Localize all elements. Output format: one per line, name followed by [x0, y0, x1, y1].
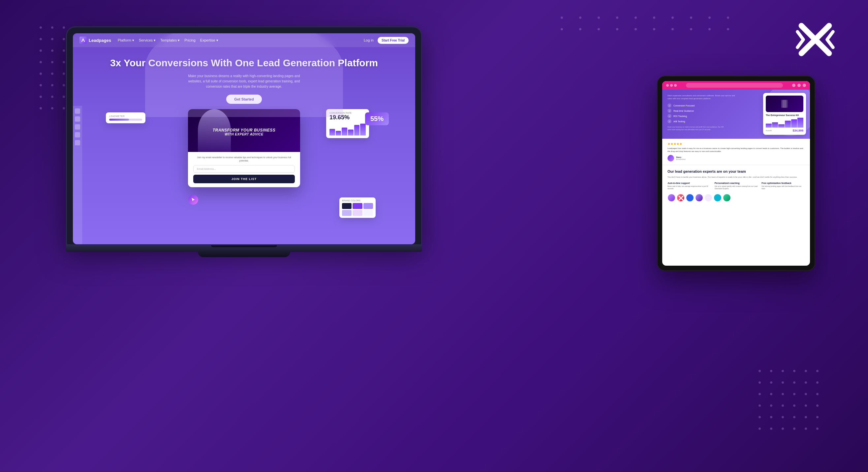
swatch-1 [342, 203, 351, 209]
review-stars: ★★★★★ [668, 142, 805, 146]
feature-label-2: Real-time Guidance [674, 110, 694, 112]
conversion-badge: 55% [365, 112, 389, 125]
product-card-image [766, 96, 803, 112]
brand-color-swatches [342, 203, 373, 216]
laptop-nav-services[interactable]: Services ▾ [139, 38, 156, 42]
tablet-url-bar [686, 83, 783, 88]
svg-rect-1 [783, 100, 788, 108]
leadmeter-label: LEADMETER [109, 115, 142, 117]
feature-label-4: A/B Testing [674, 120, 685, 123]
team-avatar-1 [668, 194, 675, 202]
tablet-product-card: The Entrepreneur Success Kit Autofill $3… [763, 93, 806, 135]
laptop-nav-templates[interactable]: Templates ▾ [160, 38, 180, 42]
support-desc-3: Get winning landing pages with free feed… [762, 185, 805, 190]
feature-check-2 [668, 109, 672, 113]
laptop-nav-right: Log in Start Free Trial [364, 37, 409, 44]
team-avatars [668, 194, 805, 202]
tab-icon-2 [798, 84, 801, 87]
team-section-title: Our lead generation experts are on your … [668, 169, 805, 174]
tab-icon-3 [803, 84, 806, 87]
support-feature-1: Just-in-time support Never wait to help:… [668, 182, 711, 190]
laptop-nav-pricing[interactable]: Pricing [184, 38, 195, 42]
tablet-team-section: Our lead generation experts are on your … [662, 165, 810, 206]
swatch-4 [342, 210, 351, 216]
tablet-nav-controls [666, 84, 677, 87]
product-card-label: Autofill [766, 130, 772, 132]
leadmeter-bar [109, 119, 142, 121]
conversion-chart [330, 122, 366, 135]
support-feature-3: Free optimization feedback Get winning l… [762, 182, 805, 190]
team-avatar-4 [695, 194, 703, 202]
feature-check-3 [668, 114, 672, 118]
chart-bar-1 [330, 129, 335, 135]
swatch-2 [352, 203, 362, 209]
swatch-6 [364, 210, 373, 216]
feature-check-4 [668, 119, 672, 123]
team-avatar-3 [686, 194, 694, 202]
cursor-icon [188, 195, 198, 205]
team-avatar-6 [714, 194, 721, 202]
tablet-navbar [662, 81, 810, 90]
tablet-nav-icons [792, 84, 806, 87]
swatch-3 [364, 203, 373, 209]
laptop-navbar: Leadpages Platform ▾ Services ▾ Template… [73, 33, 415, 47]
feature-label-3: ROI Tracking [674, 115, 687, 117]
chart-bar-5 [354, 125, 360, 135]
chart-bar-4 [348, 130, 353, 135]
dot-grid-top-right [561, 16, 736, 30]
swatch-5 [352, 210, 362, 216]
laptop-screen: Leadpages Platform ▾ Services ▾ Template… [73, 33, 415, 244]
chart-bar-2 [336, 131, 341, 135]
laptop-screen-outer: Leadpages Platform ▾ Services ▾ Template… [66, 26, 422, 245]
laptop-nav-items: Platform ▾ Services ▾ Templates ▾ Pricin… [118, 38, 357, 42]
tablet-hero-body-text: Scale your business to make revenue and … [668, 126, 727, 131]
laptop-start-trial-button[interactable]: Start Free Trial [378, 37, 409, 44]
product-card-chart [766, 118, 803, 128]
review-text: Leadpages has made it easy for me as a b… [668, 147, 805, 153]
laptop-nav-platform[interactable]: Platform ▾ [118, 38, 134, 42]
chart-bar-3 [342, 128, 347, 135]
sidebar-icon-2 [75, 116, 80, 122]
team-avatar-5 [705, 194, 712, 202]
tablet-hero-section: Ditch expensive consultants and conversi… [662, 90, 810, 139]
support-features: Just-in-time support Never wait to help:… [668, 182, 805, 190]
support-desc-2: Get up to speed quickly with content com… [715, 185, 758, 190]
dot-grid-bottom-right [758, 370, 818, 439]
laptop-stand [198, 252, 290, 257]
feature-check-1 [668, 103, 672, 107]
reviewer-info: Stacy Entrepreneur [668, 155, 805, 162]
laptop-login-link[interactable]: Log in [364, 38, 374, 42]
sidebar-icon-3 [75, 124, 80, 130]
laptop-base [66, 245, 422, 252]
tab-dot-3 [674, 84, 677, 87]
form-body: Join my email newsletter to receive valu… [188, 152, 300, 187]
support-feature-2: Personalized coaching Get up to speed qu… [715, 182, 758, 190]
support-title-2: Personalized coaching [715, 182, 758, 184]
laptop-logo-text: Leadpages [89, 38, 111, 43]
form-submit-button[interactable]: JOIN THE LIST [193, 175, 295, 183]
tablet-hero-tagline: Ditch expensive consultants and conversi… [668, 94, 740, 100]
x-logo-icon [796, 20, 835, 59]
editor-sidebar [73, 106, 82, 244]
feature-label-1: Conversion Focused [674, 104, 694, 107]
tablet-review-section: ★★★★★ Leadpages has made it easy for me … [662, 139, 810, 165]
reviewer-avatar [668, 155, 674, 162]
tablet-screen: Ditch expensive consultants and conversi… [662, 81, 810, 266]
chart-bar-6 [360, 124, 366, 135]
tab-dot-1 [666, 84, 669, 87]
laptop-logo: Leadpages [80, 37, 111, 44]
laptop-nav-expertise[interactable]: Expertise ▾ [200, 38, 218, 42]
team-avatar-7 [723, 194, 731, 202]
sidebar-icon-5 [75, 140, 80, 145]
form-description: Join my email newsletter to receive valu… [193, 156, 295, 163]
reviewer-title: Entrepreneur [676, 158, 686, 160]
tablet-outer: Ditch expensive consultants and conversi… [657, 76, 815, 271]
email-capture-form: TRANSFORM YOUR BUSINESS with EXPERT ADVI… [188, 109, 300, 187]
tab-icon-1 [792, 84, 796, 87]
leadmeter-fill [109, 119, 129, 121]
laptop-demo-area: LEADMETER CONVERSION RATE 19.65% [73, 106, 415, 244]
brand-colors-label: BRAND COLORS [342, 199, 373, 202]
form-email-input[interactable]: Email Address... [193, 165, 295, 173]
support-title-3: Free optimization feedback [762, 182, 805, 184]
brand-colors-widget: BRAND COLORS [339, 197, 376, 218]
